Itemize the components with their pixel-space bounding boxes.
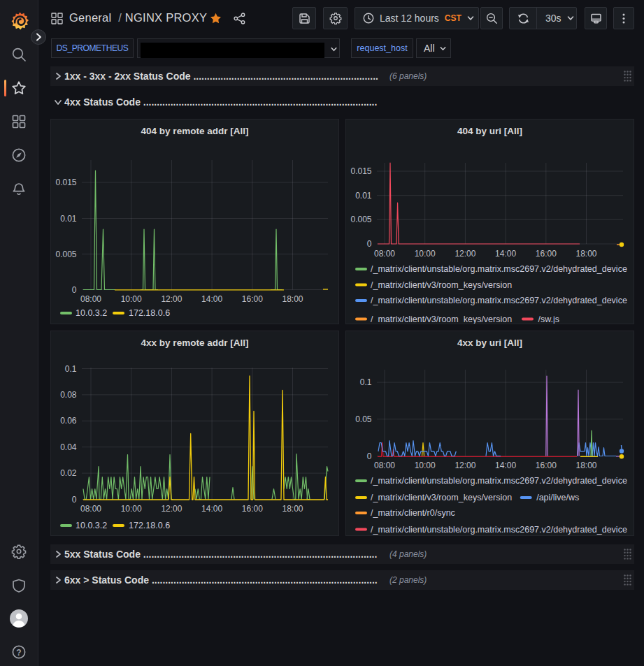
svg-text:0.015: 0.015 — [350, 166, 371, 176]
svg-text:14:00: 14:00 — [495, 461, 516, 470]
svg-text:0: 0 — [367, 451, 372, 461]
svg-text:/_matrix/client/v3/room_keys/v: /_matrix/client/v3/room_keys/version — [371, 280, 512, 290]
svg-text:08:00: 08:00 — [374, 249, 395, 259]
svg-text:16:00: 16:00 — [242, 294, 263, 304]
svg-text:0: 0 — [367, 239, 372, 249]
svg-text:0.1: 0.1 — [65, 364, 77, 374]
svg-text:12:00: 12:00 — [455, 249, 475, 259]
svg-text:10:00: 10:00 — [121, 504, 142, 514]
svg-text:/_matrix/client/unstable/org.m: /_matrix/client/unstable/org.matrix.msc2… — [371, 296, 627, 305]
svg-text:18:00: 18:00 — [282, 504, 303, 514]
svg-text:0.06: 0.06 — [60, 416, 77, 426]
svg-text:10:00: 10:00 — [415, 461, 436, 470]
svg-text:12:00: 12:00 — [161, 294, 182, 304]
svg-text:0.1: 0.1 — [360, 377, 372, 387]
svg-text:10:00: 10:00 — [121, 294, 142, 304]
svg-text:14:00: 14:00 — [201, 294, 222, 304]
svg-text:0: 0 — [72, 285, 77, 295]
svg-text:0.015: 0.015 — [55, 178, 76, 187]
svg-text:0.04: 0.04 — [60, 442, 77, 452]
svg-text:0.08: 0.08 — [60, 390, 77, 400]
svg-text:16:00: 16:00 — [536, 249, 557, 259]
svg-text:18:00: 18:00 — [575, 249, 596, 259]
svg-text:12:00: 12:00 — [161, 504, 182, 514]
svg-text:16:00: 16:00 — [242, 504, 263, 514]
svg-text:08:00: 08:00 — [374, 461, 395, 470]
svg-text:0.005: 0.005 — [350, 215, 371, 224]
svg-text:/_matrix/client/unstable/org.m: /_matrix/client/unstable/org.matrix.msc2… — [371, 525, 627, 535]
svg-text:10:00: 10:00 — [415, 249, 436, 259]
svg-text:0.01: 0.01 — [60, 214, 77, 224]
svg-text:18:00: 18:00 — [282, 294, 303, 304]
svg-text:/_matrix/client/unstable/org.m: /_matrix/client/unstable/org.matrix.msc2… — [371, 476, 627, 486]
svg-text:16:00: 16:00 — [536, 461, 557, 470]
svg-text:10.0.3.2: 10.0.3.2 — [76, 521, 107, 530]
svg-text:18:00: 18:00 — [575, 461, 596, 470]
svg-text:/_matrix/client/unstable/org.m: /_matrix/client/unstable/org.matrix.msc2… — [371, 264, 627, 274]
svg-text:/_matrix/client/v3/room_keys/v: /_matrix/client/v3/room_keys/version — [371, 314, 512, 324]
svg-text:14:00: 14:00 — [495, 249, 516, 259]
svg-text:/_matrix/client/v3/room_keys/v: /_matrix/client/v3/room_keys/version — [371, 493, 512, 502]
svg-text:0.005: 0.005 — [55, 249, 76, 259]
svg-text:0: 0 — [72, 495, 77, 505]
svg-text:14:00: 14:00 — [201, 504, 222, 514]
svg-text:/sw.js: /sw.js — [538, 314, 560, 324]
svg-text:/api/live/ws: /api/live/ws — [536, 493, 579, 502]
svg-text:0.01: 0.01 — [355, 191, 372, 201]
svg-text:0.05: 0.05 — [355, 414, 372, 424]
svg-text:08:00: 08:00 — [80, 504, 101, 514]
svg-text:/_matrix/client/r0/sync: /_matrix/client/r0/sync — [371, 508, 455, 518]
svg-text:10.0.3.2: 10.0.3.2 — [76, 308, 107, 318]
svg-text:0.02: 0.02 — [60, 468, 77, 478]
svg-text:172.18.0.6: 172.18.0.6 — [129, 308, 170, 318]
svg-text:12:00: 12:00 — [455, 461, 475, 470]
svg-text:172.18.0.6: 172.18.0.6 — [129, 521, 170, 530]
svg-text:?: ? — [16, 648, 21, 658]
svg-text:08:00: 08:00 — [80, 294, 101, 304]
